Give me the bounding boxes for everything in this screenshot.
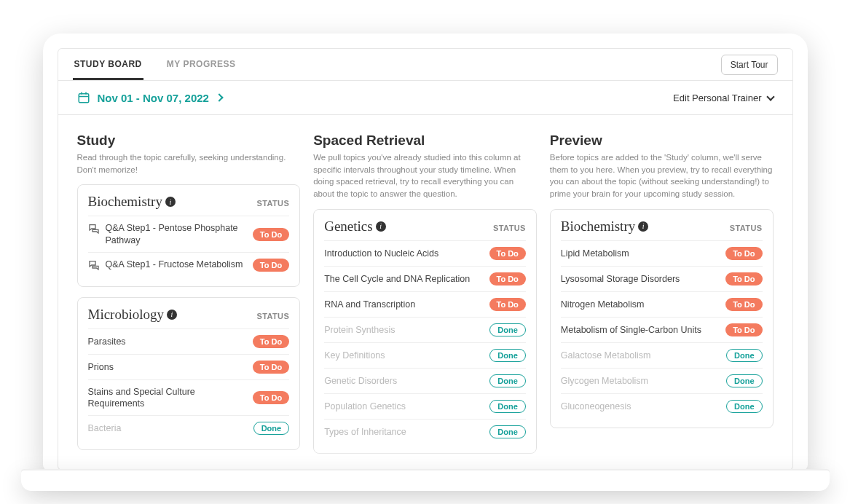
topic-row[interactable]: ParasitesTo Do (88, 328, 290, 354)
subject-card: BiochemistryiSTATUSLipid MetabolismTo Do… (550, 209, 774, 428)
topic-label: Genetic Disorders (324, 375, 482, 387)
status-badge[interactable]: Done (489, 374, 526, 387)
card-header: MicrobiologyiSTATUS (88, 307, 290, 323)
date-range-picker[interactable]: Nov 01 - Nov 07, 2022 (77, 91, 222, 104)
status-badge[interactable]: To Do (725, 298, 762, 311)
topic-label: Stains and Special Culture Requirements (88, 386, 245, 410)
topic-row[interactable]: Genetic DisordersDone (324, 368, 526, 393)
topic-row[interactable]: Introduction to Nucleic AcidsTo Do (324, 240, 526, 266)
info-icon[interactable]: i (376, 221, 386, 232)
header: STUDY BOARD MY PROGRESS Start Tour (58, 49, 792, 81)
topic-row[interactable]: Q&A Step1 - Pentose Phosphate PathwayTo … (88, 216, 290, 252)
date-range-text: Nov 01 - Nov 07, 2022 (98, 92, 209, 104)
topic-label: Key Definitions (324, 350, 482, 361)
subject-card: MicrobiologyiSTATUSParasitesTo DoPrionsT… (77, 297, 301, 451)
topic-label: Metabolism of Single-Carbon Units (561, 324, 718, 336)
board-columns: Study Read through the topic carefully, … (58, 115, 792, 470)
topic-label: Gluconeogenesis (561, 401, 719, 412)
chevron-right-icon (215, 93, 223, 101)
info-icon[interactable]: i (165, 197, 176, 207)
start-tour-button[interactable]: Start Tour (721, 55, 778, 75)
topic-row[interactable]: Lipid MetabolismTo Do (561, 240, 763, 266)
column-desc: Read through the topic carefully, seekin… (77, 151, 301, 176)
column-desc: Before topics are added to the 'Study' c… (550, 151, 774, 200)
laptop-base (21, 469, 830, 491)
topic-row[interactable]: BacteriaDone (88, 415, 290, 441)
status-badge[interactable]: To Do (725, 247, 762, 260)
status-badge[interactable]: Done (726, 349, 763, 362)
status-badge[interactable]: Done (253, 422, 290, 435)
info-icon[interactable]: i (167, 310, 177, 320)
card-title: Geneticsi (324, 218, 385, 235)
topic-row[interactable]: Stains and Special Culture RequirementsT… (88, 379, 290, 416)
status-badge[interactable]: Done (489, 349, 526, 362)
status-badge[interactable]: To Do (725, 323, 762, 336)
status-badge[interactable]: Done (726, 374, 763, 387)
topic-row[interactable]: Lysosomal Storage DisordersTo Do (561, 266, 763, 291)
topic-label: Protein Synthesis (324, 324, 482, 336)
topic-row[interactable]: PrionsTo Do (88, 354, 290, 379)
column-study: Study Read through the topic carefully, … (77, 133, 301, 470)
topic-row[interactable]: Metabolism of Single-Carbon UnitsTo Do (561, 317, 763, 342)
status-badge[interactable]: Done (489, 323, 526, 336)
status-badge[interactable]: To Do (253, 335, 289, 348)
topic-label: RNA and Transcription (324, 299, 481, 310)
card-header: GeneticsiSTATUS (324, 218, 526, 235)
info-icon[interactable]: i (638, 221, 648, 232)
status-badge[interactable]: Done (726, 400, 763, 413)
calendar-icon (77, 91, 90, 104)
status-header: STATUS (256, 312, 289, 320)
topic-label: Lysosomal Storage Disorders (561, 273, 718, 285)
topic-row[interactable]: Types of InheritanceDone (324, 419, 526, 444)
topic-label: Galactose Metabolism (561, 350, 719, 361)
topic-row[interactable]: Galactose MetabolismDone (561, 342, 763, 368)
qa-icon (88, 223, 100, 235)
status-header: STATUS (730, 224, 763, 232)
card-title: Biochemistryi (88, 194, 176, 210)
topic-label: Parasites (88, 336, 245, 347)
column-spaced-retrieval: Spaced Retrieval We pull topics you've a… (313, 133, 537, 470)
topic-row[interactable]: The Cell Cycle and DNA ReplicationTo Do (324, 266, 526, 291)
topic-row[interactable]: GluconeogenesisDone (561, 393, 763, 419)
topic-label: Glycogen Metabolism (561, 375, 719, 387)
topic-row[interactable]: Nitrogen MetabolismTo Do (561, 291, 763, 317)
topic-row[interactable]: Glycogen MetabolismDone (561, 368, 763, 393)
card-title: Microbiologyi (88, 307, 178, 323)
card-header: BiochemistryiSTATUS (88, 194, 290, 210)
column-desc: We pull topics you've already studied in… (313, 151, 537, 200)
column-title: Spaced Retrieval (313, 133, 537, 149)
card-header: BiochemistryiSTATUS (561, 218, 763, 235)
topic-row[interactable]: Population GeneticsDone (324, 393, 526, 419)
status-badge[interactable]: To Do (253, 391, 289, 404)
status-header: STATUS (493, 224, 526, 232)
tab-my-progress[interactable]: MY PROGRESS (165, 49, 237, 80)
topic-label: Types of Inheritance (324, 426, 482, 438)
qa-icon (88, 259, 100, 271)
edit-personal-trainer[interactable]: Edit Personal Trainer (673, 92, 773, 103)
status-badge[interactable]: To Do (489, 298, 526, 311)
status-header: STATUS (256, 199, 289, 208)
status-badge[interactable]: To Do (725, 272, 762, 286)
status-badge[interactable]: To Do (253, 259, 289, 272)
column-title: Preview (550, 133, 774, 149)
status-badge[interactable]: To Do (489, 272, 526, 286)
svg-rect-0 (79, 94, 89, 103)
chevron-down-icon (766, 92, 774, 101)
topic-row[interactable]: Key DefinitionsDone (324, 342, 526, 368)
status-badge[interactable]: To Do (489, 247, 526, 260)
column-preview: Preview Before topics are added to the '… (550, 133, 774, 470)
topic-row[interactable]: RNA and TranscriptionTo Do (324, 291, 526, 317)
topic-label: The Cell Cycle and DNA Replication (324, 273, 481, 285)
topic-label: Q&A Step1 - Pentose Phosphate Pathway (88, 222, 245, 246)
status-badge[interactable]: To Do (253, 228, 289, 241)
status-badge[interactable]: To Do (253, 361, 289, 374)
topic-label: Introduction to Nucleic Acids (324, 248, 481, 259)
tab-study-board[interactable]: STUDY BOARD (73, 49, 143, 80)
status-badge[interactable]: Done (489, 400, 526, 413)
topic-label: Bacteria (88, 422, 246, 434)
topic-row[interactable]: Protein SynthesisDone (324, 317, 526, 342)
topic-label: Lipid Metabolism (561, 248, 718, 259)
topic-row[interactable]: Q&A Step1 - Fructose MetabolismTo Do (88, 252, 290, 277)
app-screen: STUDY BOARD MY PROGRESS Start Tour Nov 0… (58, 48, 793, 470)
status-badge[interactable]: Done (489, 425, 526, 438)
